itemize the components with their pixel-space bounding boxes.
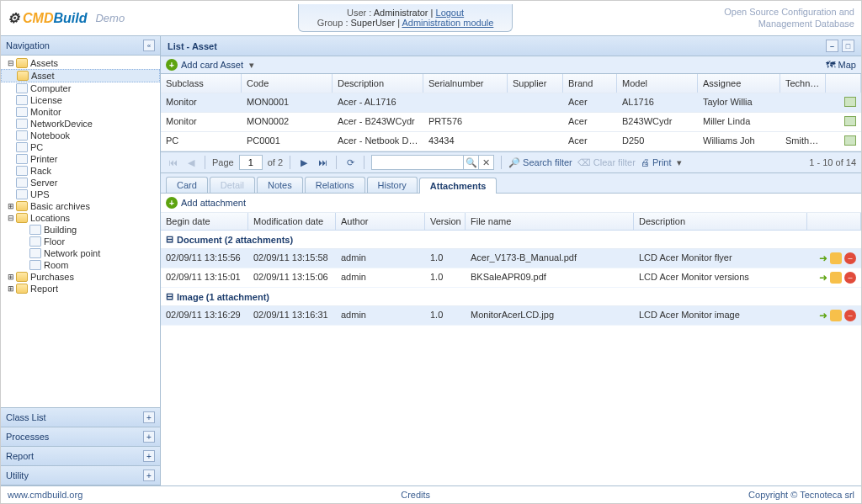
tree-printer[interactable]: Printer <box>1 153 160 165</box>
search-clear-button[interactable]: ✕ <box>479 155 494 170</box>
col-technical[interactable]: Technical re <box>780 74 826 93</box>
grid-row[interactable]: MonitorMON0001Acer - AL1716AcerAL1716Tay… <box>161 93 861 113</box>
tree-networkdevice[interactable]: NetworkDevice <box>1 118 160 130</box>
tree-ups[interactable]: UPS <box>1 188 160 200</box>
panel-processes[interactable]: Processes+ <box>1 427 160 447</box>
panel-report[interactable]: Report+ <box>1 447 160 466</box>
search-filter-button[interactable]: 🔎Search filter <box>508 157 572 168</box>
tab-attachments[interactable]: Attachments <box>419 178 498 194</box>
panel-utility[interactable]: Utility+ <box>1 466 160 485</box>
tree-basicarchives[interactable]: ⊞Basic archives <box>1 200 160 212</box>
footer-credits[interactable]: Credits <box>401 490 430 500</box>
asset-grid: Subclass Code Description Serialnumber S… <box>161 74 861 152</box>
plus-icon: + <box>166 59 178 71</box>
download-icon[interactable]: ➜ <box>819 310 827 321</box>
add-card-button[interactable]: + Add card Asset <box>166 59 254 71</box>
logout-link[interactable]: Logout <box>436 8 465 18</box>
col-supplier[interactable]: Supplier <box>508 74 563 93</box>
download-icon[interactable]: ➜ <box>819 252 827 264</box>
hierarchy-icon[interactable] <box>844 97 856 107</box>
add-attachment-button[interactable]: + Add attachment <box>166 197 246 209</box>
search-button[interactable]: 🔍 <box>464 155 479 170</box>
tree-purchases[interactable]: ⊞Purchases <box>1 271 160 283</box>
footer-url[interactable]: www.cmdbuild.org <box>8 490 82 500</box>
nav-tree: ⊟Assets Asset Computer License Monitor N… <box>1 56 160 407</box>
last-page-button[interactable]: ⏭ <box>316 156 329 169</box>
minimize-button[interactable]: – <box>826 40 838 52</box>
tree-pc[interactable]: PC <box>1 141 160 153</box>
tree-assets[interactable]: ⊟Assets <box>1 57 160 69</box>
tab-card[interactable]: Card <box>166 177 208 193</box>
delete-icon[interactable]: – <box>844 252 856 264</box>
tree-networkpoint[interactable]: Network point <box>1 247 160 259</box>
col-description[interactable]: Description <box>333 74 423 93</box>
panel-classlist[interactable]: Class List+ <box>1 408 160 427</box>
tab-relations[interactable]: Relations <box>305 177 365 193</box>
demo-label: Demo <box>95 12 125 24</box>
clear-filter-icon: ⌫ <box>577 157 591 168</box>
attachment-row[interactable]: 02/09/11 13:15:0102/09/11 13:15:06admin1… <box>161 268 861 288</box>
col-brand[interactable]: Brand <box>563 74 617 93</box>
tab-notes[interactable]: Notes <box>257 177 303 193</box>
attachment-row[interactable]: 02/09/11 13:16:2902/09/11 13:16:31admin1… <box>161 306 861 326</box>
att-col-begindate[interactable]: Begin date <box>161 213 248 230</box>
col-model[interactable]: Model <box>617 74 698 93</box>
grid-row[interactable]: MonitorMON0002Acer - B243WCydrPRT576Acer… <box>161 113 861 132</box>
col-subclass[interactable]: Subclass <box>161 74 242 93</box>
map-button[interactable]: 🗺 Map <box>826 60 856 70</box>
hierarchy-icon[interactable] <box>844 116 856 126</box>
tree-server[interactable]: Server <box>1 177 160 188</box>
refresh-button[interactable]: ⟳ <box>343 156 357 169</box>
nav-collapse-button[interactable]: « <box>143 40 155 51</box>
maximize-button[interactable]: □ <box>842 40 854 52</box>
tree-report[interactable]: ⊞Report <box>1 283 160 294</box>
print-icon: 🖨 <box>641 157 650 167</box>
first-page-button[interactable]: ⏮ <box>166 156 179 169</box>
tree-room[interactable]: Room <box>1 259 160 271</box>
tab-history[interactable]: History <box>367 177 418 193</box>
delete-icon[interactable]: – <box>844 272 856 284</box>
clear-filter-button[interactable]: ⌫Clear filter <box>577 157 636 168</box>
edit-icon[interactable] <box>830 310 842 321</box>
print-button[interactable]: 🖨Print <box>641 157 682 168</box>
tree-monitor[interactable]: Monitor <box>1 106 160 118</box>
tree-computer[interactable]: Computer <box>1 82 160 94</box>
group-image[interactable]: ⊟Image (1 attachment) <box>161 288 861 306</box>
logo-icon: ⚙ <box>8 10 19 26</box>
admin-module-link[interactable]: Administration module <box>402 18 493 28</box>
nav-header: Navigation « <box>1 36 160 56</box>
logo: ⚙ CMDBuild <box>8 10 87 26</box>
search-input[interactable] <box>371 155 464 170</box>
next-page-button[interactable]: ▶ <box>297 156 311 169</box>
att-col-filename[interactable]: File name <box>466 213 634 230</box>
filter-icon: 🔎 <box>508 157 520 168</box>
tree-asset[interactable]: Asset <box>1 69 160 82</box>
att-col-version[interactable]: Version <box>425 213 466 230</box>
prev-page-button[interactable]: ◀ <box>184 156 198 169</box>
tagline: Open Source Configuration andManagement … <box>686 7 854 29</box>
edit-icon[interactable] <box>830 272 842 284</box>
attachment-row[interactable]: 02/09/11 13:15:5602/09/11 13:15:58admin1… <box>161 249 861 268</box>
tree-rack[interactable]: Rack <box>1 165 160 177</box>
delete-icon[interactable]: – <box>844 310 856 321</box>
tree-locations[interactable]: ⊟Locations <box>1 212 160 224</box>
att-col-author[interactable]: Author <box>336 213 425 230</box>
col-serial[interactable]: Serialnumber <box>423 74 508 93</box>
group-document[interactable]: ⊟Document (2 attachments) <box>161 231 861 249</box>
content-header: List - Asset – □ <box>161 36 861 56</box>
hierarchy-icon[interactable] <box>844 135 856 146</box>
footer-copyright: Copyright © Tecnoteca srl <box>748 490 854 500</box>
att-col-moddate[interactable]: Modification date <box>248 213 336 230</box>
grid-row[interactable]: PCPC0001Acer - Netbook D25043434AcerD250… <box>161 132 861 151</box>
att-col-desc[interactable]: Description <box>634 213 807 230</box>
col-code[interactable]: Code <box>242 74 333 93</box>
page-input[interactable] <box>239 155 263 170</box>
tree-floor[interactable]: Floor <box>1 236 160 247</box>
tree-license[interactable]: License <box>1 94 160 106</box>
download-icon[interactable]: ➜ <box>819 272 827 284</box>
col-assignee[interactable]: Assignee <box>698 74 780 93</box>
edit-icon[interactable] <box>830 252 842 264</box>
tree-building[interactable]: Building <box>1 224 160 236</box>
user-pill: User : Administrator | Logout Group : Su… <box>298 4 513 32</box>
tree-notebook[interactable]: Notebook <box>1 130 160 141</box>
